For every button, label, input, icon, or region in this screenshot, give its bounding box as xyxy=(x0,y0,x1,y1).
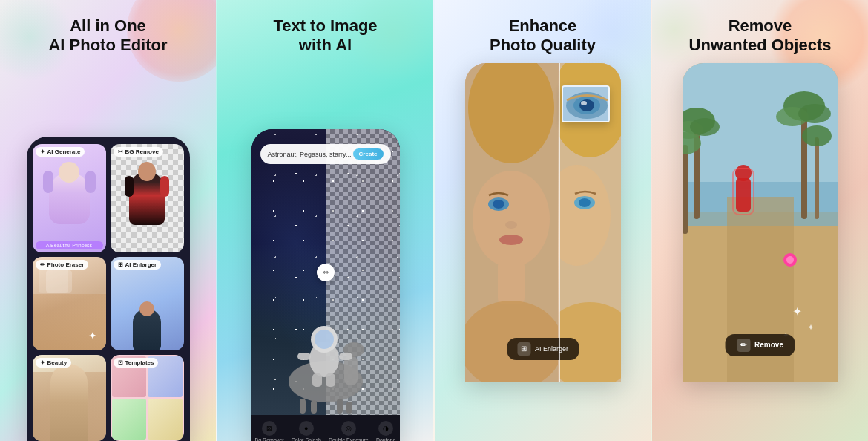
ai-enlarger-label-small: ⊞AI Enlarger xyxy=(114,260,162,270)
templates-card: ⊡Templates xyxy=(111,355,184,441)
panel-2-title: Text to Image with AI xyxy=(273,16,377,56)
phone-mockup-1: ✦AI Generate A Beautiful Princess ✂BG Re… xyxy=(27,137,190,441)
toolbar-double-exposure[interactable]: ◎ Double Exposure xyxy=(329,421,369,441)
svg-rect-4 xyxy=(311,400,317,414)
toolbar-doutone-label: Doutone xyxy=(376,437,395,441)
astronaut-svg xyxy=(266,267,385,415)
ai-enlarger-badge-icon: ⊞ xyxy=(517,342,530,356)
svg-text:✦: ✦ xyxy=(807,322,815,333)
svg-rect-13 xyxy=(326,373,335,387)
ai-enlarger-card-small: ⊞AI Enlarger xyxy=(111,257,184,350)
svg-rect-51 xyxy=(736,178,751,212)
svg-point-19 xyxy=(493,200,504,209)
beauty-label: ✦Beauty xyxy=(36,358,72,368)
panel-4-title: Remove Unwanted Objects xyxy=(689,16,832,56)
toolbar-bg-remover-label: Bg Remover xyxy=(255,437,284,441)
toolbar-color-splash-label: Color Splash xyxy=(292,437,321,441)
zoom-box xyxy=(562,85,610,122)
svg-rect-11 xyxy=(339,353,352,360)
ai-generate-card: ✦AI Generate A Beautiful Princess xyxy=(33,144,106,252)
svg-rect-17 xyxy=(498,260,525,304)
zoom-eye-svg xyxy=(563,87,610,122)
svg-point-33 xyxy=(581,101,587,105)
svg-rect-43 xyxy=(801,108,807,219)
prompt-text: Astronaut, Pegasus, starry... xyxy=(268,151,353,158)
svg-point-9 xyxy=(315,330,334,349)
panel-enhance-quality: Enhance Photo Quality xyxy=(433,0,651,441)
svg-point-55 xyxy=(786,256,794,264)
svg-rect-6 xyxy=(346,402,352,414)
toolbar-color-splash[interactable]: ● Color Splash xyxy=(292,421,321,441)
svg-point-48 xyxy=(802,125,832,146)
phone-2-inner: ⇔ Astronaut, Pegasus, starry... Create ⊠… xyxy=(251,129,400,441)
panel-remove-objects: Remove Unwanted Objects xyxy=(651,0,868,441)
svg-rect-47 xyxy=(815,137,819,219)
face-left-svg xyxy=(465,63,558,382)
face-left-half xyxy=(465,63,559,382)
color-splash-icon: ● xyxy=(299,421,314,436)
ai-enlarger-badge-text: AI Enlarger xyxy=(535,345,568,353)
toolbar-bg-remover[interactable]: ⊠ Bg Remover xyxy=(255,421,284,441)
remove-badge-icon: ✏ xyxy=(737,339,750,352)
phone-mockup-3: ⊞ AI Enlarger xyxy=(465,63,621,382)
remove-badge-text: Remove xyxy=(754,341,783,349)
beach-scene: ✦ ✦ ✦ ✏ Remove xyxy=(683,63,838,382)
phone-mockup-2: ⇔ Astronaut, Pegasus, starry... Create ⊠… xyxy=(251,129,400,441)
doutone-icon: ◑ xyxy=(378,421,393,436)
text-prompt-bar: Astronaut, Pegasus, starry... Create xyxy=(260,144,391,164)
panel-1-title: All in One AI Photo Editor xyxy=(48,16,167,56)
svg-point-42 xyxy=(690,118,720,136)
bottom-toolbar: ⊠ Bg Remover ● Color Splash ◎ Double Exp… xyxy=(251,415,400,441)
feature-grid: ✦AI Generate A Beautiful Princess ✂BG Re… xyxy=(33,144,184,441)
divider-handle[interactable]: ⇔ xyxy=(317,264,335,281)
svg-point-16 xyxy=(473,171,550,267)
svg-point-46 xyxy=(798,104,831,123)
panel-3-title: Enhance Photo Quality xyxy=(490,16,596,56)
panel-all-in-one: All in One AI Photo Editor ✦AI Generate … xyxy=(0,0,216,441)
princess-caption: A Beautiful Princess xyxy=(36,241,103,249)
astronaut-scene: ⇔ Astronaut, Pegasus, starry... Create xyxy=(251,129,400,415)
svg-point-20 xyxy=(505,221,517,229)
svg-rect-3 xyxy=(300,399,306,414)
svg-rect-49 xyxy=(683,145,688,234)
bg-remover-icon: ⊠ xyxy=(262,421,277,436)
svg-point-32 xyxy=(579,99,594,111)
double-exposure-icon: ◎ xyxy=(341,421,356,436)
templates-label: ⊡Templates xyxy=(114,358,159,368)
panel-text-to-image: Text to Image with AI xyxy=(216,0,433,441)
phone-mockup-4: ✦ ✦ ✦ ✏ Remove xyxy=(683,63,838,382)
face-photo: ⊞ AI Enlarger xyxy=(465,63,621,382)
create-button[interactable]: Create xyxy=(353,148,384,160)
photo-eraser-label: ✏Photo Eraser xyxy=(36,260,89,270)
photo-eraser-card: ✦ ✏Photo Eraser xyxy=(33,257,106,350)
beauty-card: ✦Beauty xyxy=(33,355,106,441)
bg-remove-label: ✂BG Remove xyxy=(114,147,163,157)
svg-rect-5 xyxy=(337,399,343,414)
ai-enlarger-badge: ⊞ AI Enlarger xyxy=(507,338,579,360)
svg-point-52 xyxy=(735,165,752,181)
svg-rect-10 xyxy=(297,353,311,360)
svg-point-27 xyxy=(579,198,591,207)
ai-generate-label: ✦AI Generate xyxy=(36,147,85,157)
remove-badge: ✏ Remove xyxy=(725,334,795,356)
svg-text:✦: ✦ xyxy=(792,305,802,318)
svg-rect-12 xyxy=(312,373,322,387)
svg-point-21 xyxy=(499,235,523,245)
photo-divider xyxy=(559,63,560,382)
bg-remove-card: ✂BG Remove xyxy=(111,144,184,252)
toolbar-doutone[interactable]: ◑ Doutone xyxy=(376,421,395,441)
toolbar-double-exposure-label: Double Exposure xyxy=(329,437,369,441)
